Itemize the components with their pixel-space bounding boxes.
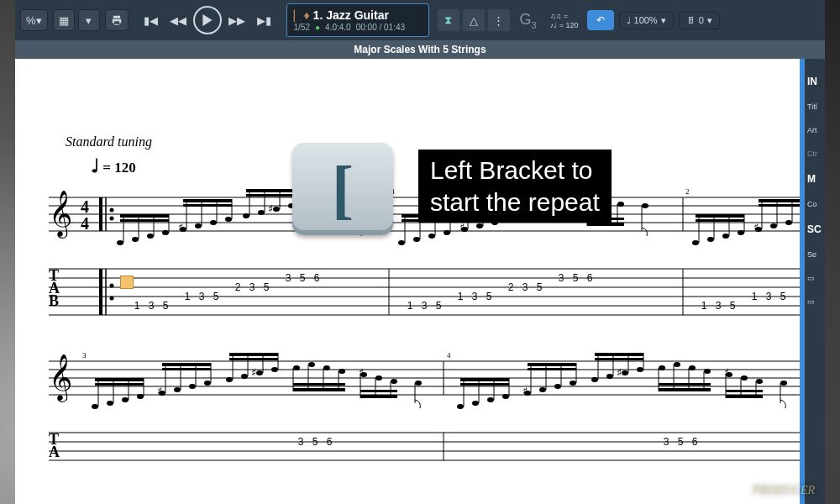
svg-point-40 [273, 207, 280, 212]
side-label-co[interactable]: Co [807, 200, 817, 208]
status-block: ♫♫ = ♪♩ = 120 [547, 12, 582, 29]
svg-point-183 [159, 391, 165, 396]
svg-point-268 [726, 372, 732, 377]
svg-text:𝄞: 𝄞 [49, 354, 72, 402]
more-icon[interactable]: ⋮ [488, 9, 510, 31]
svg-point-226 [472, 401, 479, 406]
svg-point-38 [258, 210, 265, 215]
svg-text:5: 5 [573, 272, 579, 284]
rewind-start-button[interactable]: ▮◀ [139, 9, 163, 31]
timer-icon[interactable]: ⧗ [438, 9, 459, 31]
svg-text:♯: ♯ [251, 366, 256, 379]
edit-cursor[interactable] [120, 276, 134, 289]
svg-text:1: 1 [185, 291, 191, 302]
svg-text:1: 1 [752, 291, 758, 302]
side-icon-2[interactable]: ▭ [807, 297, 815, 306]
svg-point-27 [180, 227, 186, 232]
svg-rect-177 [95, 383, 144, 386]
side-label-se[interactable]: Se [807, 250, 816, 259]
forward-end-button[interactable]: ▶▮ [252, 9, 276, 31]
quarter-note-icon: ♩ [91, 155, 99, 176]
svg-text:1: 1 [134, 300, 140, 312]
svg-rect-127 [99, 269, 102, 315]
layout-grid-icon[interactable]: ▦ [53, 9, 75, 31]
svg-text:3: 3 [522, 281, 528, 293]
side-icon-1[interactable]: ▭ [807, 274, 815, 282]
svg-rect-42 [246, 189, 295, 192]
svg-rect-20 [120, 214, 169, 218]
svg-text:5: 5 [486, 291, 492, 302]
svg-text:2: 2 [235, 281, 241, 293]
svg-point-98 [642, 203, 648, 208]
svg-text:𝄞: 𝄞 [49, 190, 72, 239]
svg-text:4: 4 [447, 353, 451, 360]
svg-rect-230 [460, 383, 509, 386]
rewind-button[interactable]: ◀◀ [165, 9, 192, 31]
svg-point-194 [241, 374, 248, 379]
tab-clef: TAB [49, 270, 60, 307]
side-label-ctr[interactable]: Ctr [807, 150, 817, 158]
svg-point-228 [502, 394, 509, 399]
tab-staff-1: 135 135 235 356 135 135 235 356 135 135 [49, 265, 800, 319]
annotation-text: Left Bracket to start the repeat [418, 150, 612, 223]
layout-group: ▦ ▾ [53, 9, 100, 31]
layout-dropdown-icon[interactable]: ▾ [78, 9, 100, 31]
side-label-title[interactable]: Titl [807, 102, 817, 111]
svg-text:1: 1 [458, 291, 464, 302]
zoom-label: % [26, 14, 36, 27]
forward-button[interactable]: ▶▶ [223, 9, 250, 31]
svg-rect-21 [120, 219, 169, 222]
svg-rect-176 [95, 378, 144, 381]
score-viewport[interactable]: Standard tuning ♩ = 120 𝄞 4 4 [15, 59, 800, 504]
tab-system-2: TA 356 356 [49, 428, 800, 465]
main-toolbar: % ▾ ▦ ▾ ▮◀ ◀◀ ▶▶ ▶▮ ⎸♦ 1. Jazz Guitar 1 [15, 0, 825, 40]
print-icon [111, 14, 123, 26]
tempo-dropdown-icon[interactable]: ▾ [661, 15, 666, 26]
track-info-panel[interactable]: ⎸♦ 1. Jazz Guitar 1/52 ●4.0:4.0 00:00 / … [286, 3, 429, 37]
svg-point-37 [243, 213, 249, 218]
play-button[interactable] [193, 6, 222, 34]
transport-controls: ▮◀ ◀◀ ▶▶ ▶▮ [139, 6, 276, 34]
zoom-button[interactable]: % ▾ [20, 9, 48, 31]
svg-point-30 [225, 217, 232, 222]
print-button[interactable] [105, 9, 129, 31]
svg-point-238 [554, 384, 561, 389]
tempo-box[interactable]: ♩ 100% ▾ [619, 12, 674, 29]
svg-text:3: 3 [716, 300, 722, 312]
svg-text:3: 3 [559, 272, 564, 284]
svg-text:6: 6 [587, 272, 593, 284]
svg-point-217 [391, 379, 397, 384]
svg-text:♯: ♯ [268, 202, 273, 215]
svg-point-18 [147, 234, 154, 239]
svg-rect-199 [229, 358, 278, 360]
svg-rect-208 [293, 388, 345, 391]
svg-point-196 [256, 370, 263, 375]
svg-point-172 [92, 404, 98, 409]
metronome-icon[interactable]: △ [463, 9, 485, 31]
svg-text:5: 5 [537, 281, 543, 293]
svg-point-260 [704, 369, 711, 374]
svg-text:5: 5 [730, 300, 736, 312]
svg-rect-187 [162, 363, 211, 366]
svg-point-250 [637, 367, 643, 372]
svg-rect-93 [587, 223, 624, 226]
svg-rect-261 [659, 388, 711, 391]
svg-text:5: 5 [678, 436, 684, 448]
undo-button[interactable]: ↶ [587, 10, 614, 30]
svg-rect-219 [360, 390, 397, 392]
svg-text:3: 3 [149, 300, 155, 312]
svg-point-60 [428, 234, 435, 239]
tuner-box[interactable]: 🎚 0 ▾ [679, 12, 720, 29]
svg-point-173 [107, 401, 113, 406]
document-title: Major Scales With 5 Strings [354, 44, 486, 55]
side-label-artist[interactable]: Art [807, 126, 817, 134]
svg-text:5: 5 [213, 291, 219, 302]
svg-point-207 [339, 369, 345, 374]
tuner-dropdown-icon[interactable]: ▾ [707, 15, 712, 26]
svg-text:3: 3 [766, 291, 772, 302]
tuning-fork-icon: 🎚 [686, 15, 696, 25]
staff-system-2: 𝄞 3 4 ♯ ♯ ♯ ♯ ♯ [49, 353, 800, 415]
svg-text:4: 4 [81, 214, 89, 233]
svg-point-10 [110, 208, 114, 213]
svg-text:5: 5 [312, 436, 318, 448]
